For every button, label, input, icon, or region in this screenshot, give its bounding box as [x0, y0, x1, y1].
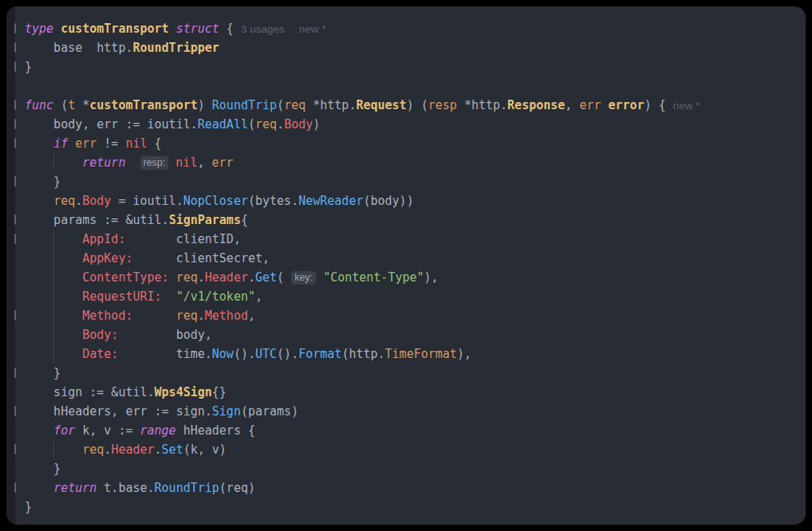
code-line[interactable]: AppId: clientID, — [25, 230, 799, 249]
code-token: != — [97, 136, 125, 151]
code-token: RequestURI: — [82, 289, 161, 304]
code-token: Body — [284, 117, 313, 132]
code-token: hHeaders { — [176, 423, 255, 438]
code-token: ContentType: — [82, 270, 168, 285]
inline-hint[interactable]: new * — [299, 23, 326, 35]
code-line[interactable]: } — [25, 172, 799, 191]
code-token: req — [176, 270, 198, 285]
gutter-change-mark — [14, 119, 16, 129]
code-token: *http. — [305, 98, 356, 112]
editor-window: type customTransport struct { 3 usages n… — [6, 6, 806, 525]
code-token: clientSecret, — [132, 251, 270, 266]
code-token: ReadAll — [198, 117, 248, 132]
code-token: (body)) — [363, 194, 413, 208]
code-line[interactable]: } — [25, 364, 799, 383]
code-line[interactable]: sign := &util.Wps4Sign{} — [25, 383, 799, 402]
code-token: type — [25, 22, 53, 36]
code-token: error — [609, 98, 644, 112]
gutter-change-mark — [14, 214, 16, 225]
code-token: *http. — [457, 98, 507, 112]
indent-guide — [53, 440, 54, 459]
code-token: return — [82, 155, 125, 170]
code-line[interactable]: } — [25, 498, 799, 517]
code-token: return — [53, 481, 97, 495]
code-token: t — [68, 98, 75, 112]
code-line[interactable] — [25, 77, 799, 96]
code-token: ( — [277, 98, 284, 112]
code-token: AppKey: — [82, 251, 132, 266]
code-token: (req) — [219, 481, 255, 495]
code-token: SignParams — [169, 213, 241, 227]
code-line[interactable]: params := &util.SignParams{ — [25, 210, 799, 230]
code-token: Response — [507, 98, 565, 112]
code-token: ) — [313, 117, 320, 132]
code-token: Format — [298, 347, 341, 361]
code-token: ( — [277, 270, 291, 285]
code-line[interactable]: } — [25, 57, 799, 77]
code-token: req — [53, 194, 75, 208]
code-token — [316, 270, 323, 285]
code-token: sign := &util. — [25, 385, 155, 399]
code-token: ) { — [644, 98, 673, 112]
code-token — [285, 22, 299, 36]
code-token: ) ( — [407, 98, 428, 112]
gutter-change-mark — [14, 100, 16, 110]
code-token — [132, 309, 175, 323]
code-line[interactable]: req.Body = ioutil.NopCloser(bytes.NewRea… — [25, 191, 799, 210]
gutter-change-mark — [14, 444, 16, 454]
code-token: TimeFormat — [385, 347, 457, 361]
code-line[interactable]: body, err := ioutil.ReadAll(req.Body) — [25, 115, 799, 134]
code-token: range — [140, 423, 176, 438]
code-token: ( — [53, 98, 68, 112]
gutter-change-mark — [14, 406, 16, 416]
code-token — [169, 22, 176, 36]
code-token: err — [211, 155, 233, 170]
code-line[interactable]: Body: body, — [25, 325, 799, 344]
code-token: req — [176, 309, 198, 323]
code-token: clientID, — [125, 232, 241, 246]
code-token: Method — [205, 309, 248, 323]
code-line[interactable]: return t.base.RoundTrip(req) — [25, 478, 799, 498]
code-token — [162, 289, 176, 304]
code-token: ( — [248, 117, 255, 132]
inlay-hint-chip: key: — [291, 271, 316, 285]
code-token: nil — [125, 136, 147, 151]
code-line[interactable]: ContentType: req.Header.Get( key: "Conte… — [25, 268, 799, 287]
code-line[interactable]: func (t *customTransport) RoundTrip(req … — [25, 96, 799, 115]
code-line[interactable]: Method: req.Method, — [25, 306, 799, 325]
code-token: for — [53, 423, 75, 438]
code-token: req — [284, 98, 305, 112]
gutter-change-mark — [14, 23, 16, 33]
code-line[interactable]: Date: time.Now().UTC().Format(http.TimeF… — [25, 344, 799, 364]
indent-guide — [53, 230, 54, 364]
code-token: {} — [212, 385, 227, 399]
code-token: . — [277, 117, 284, 132]
code-line[interactable]: RequestURI: "/v1/token", — [25, 287, 799, 306]
code-token: NopCloser — [183, 194, 248, 208]
code-line[interactable]: base http.RoundTripper — [25, 38, 799, 57]
code-token: . — [248, 270, 255, 285]
gutter-change-mark — [14, 61, 16, 72]
code-token: Wps4Sign — [155, 385, 212, 399]
code-token — [169, 270, 176, 285]
code-editor-area[interactable]: type customTransport struct { 3 usages n… — [15, 6, 806, 525]
code-line[interactable]: hHeaders, err := sign.Sign(params) — [25, 402, 799, 421]
code-token — [168, 155, 175, 170]
code-token: Sign — [212, 404, 241, 419]
code-line[interactable]: return resp: nil, err — [25, 153, 799, 172]
code-token: Body — [82, 194, 111, 208]
code-line[interactable]: if err != nil { — [25, 134, 799, 153]
code-token: (). — [277, 347, 298, 361]
inline-hint[interactable]: 3 usages — [241, 23, 285, 35]
code-line[interactable]: type customTransport struct { 3 usages n… — [25, 19, 799, 38]
code-line[interactable]: for k, v := range hHeaders { — [25, 421, 799, 440]
code-line[interactable]: req.Header.Set(k, v) — [25, 440, 799, 459]
code-line[interactable]: } — [25, 459, 799, 478]
code-token — [601, 98, 609, 112]
code-token: AppId: — [82, 232, 125, 246]
code-token: } — [25, 366, 61, 380]
code-token — [25, 136, 53, 151]
code-line[interactable]: AppKey: clientSecret, — [25, 249, 799, 268]
code-token: func — [25, 98, 53, 112]
inline-hint[interactable]: new * — [673, 100, 700, 112]
